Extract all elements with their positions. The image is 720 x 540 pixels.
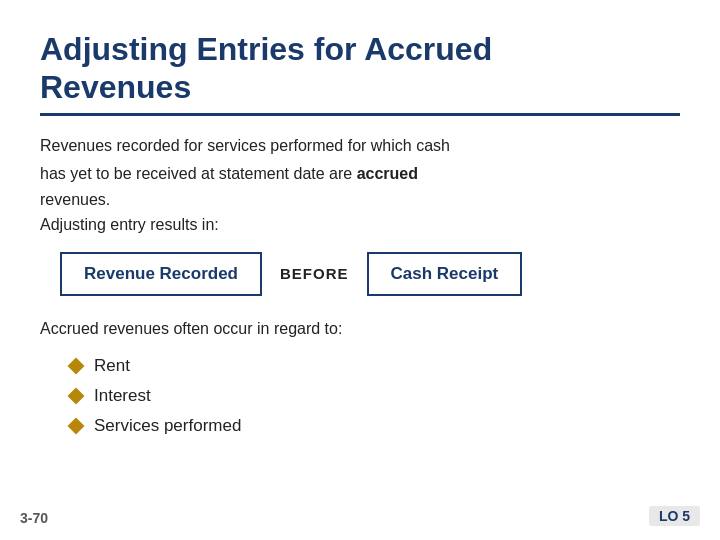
title-line2: Revenues bbox=[40, 69, 191, 105]
body-text-line2: has yet to be received at statement date… bbox=[40, 162, 680, 186]
before-label: BEFORE bbox=[280, 265, 349, 282]
title-section: Adjusting Entries for Accrued Revenues bbox=[40, 30, 680, 116]
list-item: Rent bbox=[70, 356, 680, 376]
list-item: Services performed bbox=[70, 416, 680, 436]
accrued-text: Accrued revenues often occur in regard t… bbox=[40, 320, 680, 338]
bullet-icon bbox=[68, 417, 85, 434]
body-text-line1: Revenues recorded for services performed… bbox=[40, 134, 680, 158]
bullet-icon bbox=[68, 387, 85, 404]
cash-receipt-box: Cash Receipt bbox=[367, 252, 523, 296]
slide-title: Adjusting Entries for Accrued Revenues bbox=[40, 30, 680, 107]
timeline-row: Revenue Recorded BEFORE Cash Receipt bbox=[60, 252, 680, 296]
title-underline bbox=[40, 113, 680, 116]
list-section: Rent Interest Services performed bbox=[70, 356, 680, 436]
body-text-line3: revenues. bbox=[40, 188, 680, 212]
title-line1: Adjusting Entries for Accrued bbox=[40, 31, 492, 67]
slide-container: Adjusting Entries for Accrued Revenues R… bbox=[0, 0, 720, 540]
revenue-recorded-box: Revenue Recorded bbox=[60, 252, 262, 296]
list-item: Interest bbox=[70, 386, 680, 406]
footer-left: 3-70 bbox=[20, 510, 48, 526]
adjusting-text: Adjusting entry results in: bbox=[40, 216, 680, 234]
bullet-icon bbox=[68, 357, 85, 374]
footer-right: LO 5 bbox=[649, 506, 700, 526]
